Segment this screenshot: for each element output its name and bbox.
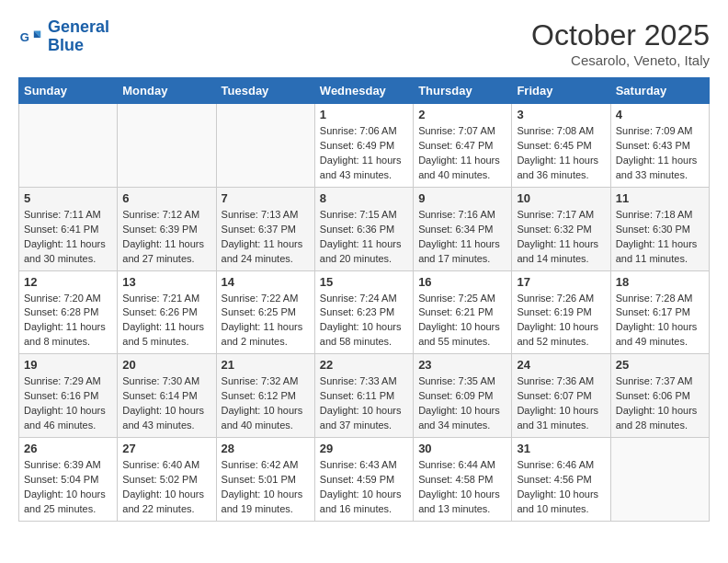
day-number: 28 [222,442,310,455]
logo-line1: General [48,17,109,36]
calendar-cell: 9Sunrise: 7:16 AM Sunset: 6:34 PM Daylig… [414,187,512,270]
title-block: October 2025 Cesarolo, Veneto, Italy [531,18,710,68]
col-header-saturday: Saturday [610,78,709,104]
week-row-2: 5Sunrise: 7:11 AM Sunset: 6:41 PM Daylig… [19,187,710,270]
day-info: Sunrise: 7:36 AM Sunset: 6:07 PM Dayligh… [517,374,605,433]
calendar-cell: 1Sunrise: 7:06 AM Sunset: 6:49 PM Daylig… [314,104,413,188]
day-info: Sunrise: 7:08 AM Sunset: 6:45 PM Dayligh… [517,124,605,183]
day-info: Sunrise: 7:15 AM Sunset: 6:36 PM Dayligh… [320,208,408,267]
calendar-cell: 29Sunrise: 6:43 AM Sunset: 4:59 PM Dayli… [314,438,413,522]
day-info: Sunrise: 7:12 AM Sunset: 6:39 PM Dayligh… [122,208,210,267]
col-header-tuesday: Tuesday [216,78,314,104]
calendar-cell [118,104,216,188]
day-info: Sunrise: 7:32 AM Sunset: 6:12 PM Dayligh… [222,374,310,433]
calendar-cell: 19Sunrise: 7:29 AM Sunset: 6:16 PM Dayli… [19,354,118,438]
day-info: Sunrise: 7:33 AM Sunset: 6:11 PM Dayligh… [320,374,408,433]
day-number: 9 [418,191,506,205]
day-info: Sunrise: 7:20 AM Sunset: 6:28 PM Dayligh… [24,292,112,350]
day-info: Sunrise: 6:44 AM Sunset: 4:58 PM Dayligh… [418,458,506,517]
calendar-cell: 11Sunrise: 7:18 AM Sunset: 6:30 PM Dayli… [610,187,709,270]
col-header-monday: Monday [118,78,216,104]
day-number: 14 [222,275,310,289]
calendar-cell: 26Sunrise: 6:39 AM Sunset: 5:04 PM Dayli… [19,438,118,522]
day-number: 30 [418,442,506,455]
calendar-cell: 4Sunrise: 7:09 AM Sunset: 6:43 PM Daylig… [610,104,709,188]
day-info: Sunrise: 7:18 AM Sunset: 6:30 PM Dayligh… [616,208,704,267]
calendar-cell: 30Sunrise: 6:44 AM Sunset: 4:58 PM Dayli… [414,438,512,522]
day-info: Sunrise: 7:29 AM Sunset: 6:16 PM Dayligh… [24,374,112,433]
day-info: Sunrise: 7:28 AM Sunset: 6:17 PM Dayligh… [616,292,704,350]
calendar-cell: 20Sunrise: 7:30 AM Sunset: 6:14 PM Dayli… [118,354,216,438]
day-number: 27 [122,442,210,455]
day-info: Sunrise: 7:26 AM Sunset: 6:19 PM Dayligh… [517,292,605,350]
week-row-5: 26Sunrise: 6:39 AM Sunset: 5:04 PM Dayli… [19,438,710,522]
calendar-cell: 23Sunrise: 7:35 AM Sunset: 6:09 PM Dayli… [414,354,512,438]
day-number: 6 [122,191,210,205]
calendar-cell: 7Sunrise: 7:13 AM Sunset: 6:37 PM Daylig… [216,187,314,270]
day-info: Sunrise: 7:25 AM Sunset: 6:21 PM Dayligh… [418,292,506,350]
day-number: 19 [24,358,112,372]
calendar-cell: 22Sunrise: 7:33 AM Sunset: 6:11 PM Dayli… [314,354,413,438]
day-info: Sunrise: 7:37 AM Sunset: 6:06 PM Dayligh… [616,374,704,433]
col-header-sunday: Sunday [19,78,118,104]
day-number: 7 [222,191,310,205]
day-number: 12 [24,275,112,289]
calendar-cell: 25Sunrise: 7:37 AM Sunset: 6:06 PM Dayli… [610,354,709,438]
page-header: G General Blue October 2025 Cesarolo, Ve… [18,18,710,68]
day-number: 1 [320,108,408,121]
day-number: 5 [24,191,112,205]
day-number: 2 [418,108,506,121]
week-row-4: 19Sunrise: 7:29 AM Sunset: 6:16 PM Dayli… [19,354,710,438]
day-info: Sunrise: 6:39 AM Sunset: 5:04 PM Dayligh… [24,458,112,517]
day-number: 29 [320,442,408,455]
calendar-cell: 8Sunrise: 7:15 AM Sunset: 6:36 PM Daylig… [314,187,413,270]
calendar-cell: 2Sunrise: 7:07 AM Sunset: 6:47 PM Daylig… [414,104,512,188]
calendar-cell: 18Sunrise: 7:28 AM Sunset: 6:17 PM Dayli… [610,270,709,354]
location-subtitle: Cesarolo, Veneto, Italy [531,52,710,68]
logo: G General Blue [18,18,109,55]
calendar-cell: 14Sunrise: 7:22 AM Sunset: 6:25 PM Dayli… [216,270,314,354]
calendar-cell: 16Sunrise: 7:25 AM Sunset: 6:21 PM Dayli… [414,270,512,354]
logo-text: General Blue [48,18,109,55]
day-info: Sunrise: 7:09 AM Sunset: 6:43 PM Dayligh… [616,124,704,183]
col-header-wednesday: Wednesday [314,78,413,104]
day-info: Sunrise: 7:13 AM Sunset: 6:37 PM Dayligh… [222,208,310,267]
day-number: 18 [616,275,704,289]
calendar-cell: 24Sunrise: 7:36 AM Sunset: 6:07 PM Dayli… [512,354,610,438]
logo-icon: G [18,24,44,50]
day-number: 3 [517,108,605,121]
day-info: Sunrise: 6:43 AM Sunset: 4:59 PM Dayligh… [320,458,408,517]
calendar-cell: 6Sunrise: 7:12 AM Sunset: 6:39 PM Daylig… [118,187,216,270]
day-info: Sunrise: 6:40 AM Sunset: 5:02 PM Dayligh… [122,458,210,517]
calendar-cell: 28Sunrise: 6:42 AM Sunset: 5:01 PM Dayli… [216,438,314,522]
day-number: 11 [616,191,704,205]
calendar-cell: 5Sunrise: 7:11 AM Sunset: 6:41 PM Daylig… [19,187,118,270]
day-number: 26 [24,442,112,455]
col-header-thursday: Thursday [414,78,512,104]
day-info: Sunrise: 7:21 AM Sunset: 6:26 PM Dayligh… [122,292,210,350]
day-number: 4 [616,108,704,121]
day-info: Sunrise: 7:17 AM Sunset: 6:32 PM Dayligh… [517,208,605,267]
day-info: Sunrise: 7:06 AM Sunset: 6:49 PM Dayligh… [320,124,408,183]
week-row-1: 1Sunrise: 7:06 AM Sunset: 6:49 PM Daylig… [19,104,710,188]
svg-text:G: G [20,29,29,43]
day-number: 15 [320,275,408,289]
day-number: 21 [222,358,310,372]
day-number: 22 [320,358,408,372]
calendar-cell [19,104,118,188]
day-info: Sunrise: 7:11 AM Sunset: 6:41 PM Dayligh… [24,208,112,267]
day-info: Sunrise: 6:46 AM Sunset: 4:56 PM Dayligh… [517,458,605,517]
calendar-cell [216,104,314,188]
calendar-cell: 15Sunrise: 7:24 AM Sunset: 6:23 PM Dayli… [314,270,413,354]
day-number: 16 [418,275,506,289]
calendar-cell: 12Sunrise: 7:20 AM Sunset: 6:28 PM Dayli… [19,270,118,354]
day-number: 13 [122,275,210,289]
day-number: 17 [517,275,605,289]
calendar-cell: 10Sunrise: 7:17 AM Sunset: 6:32 PM Dayli… [512,187,610,270]
day-number: 24 [517,358,605,372]
day-number: 8 [320,191,408,205]
day-number: 23 [418,358,506,372]
day-info: Sunrise: 7:07 AM Sunset: 6:47 PM Dayligh… [418,124,506,183]
day-info: Sunrise: 7:24 AM Sunset: 6:23 PM Dayligh… [320,292,408,350]
calendar-table: SundayMondayTuesdayWednesdayThursdayFrid… [18,77,710,522]
